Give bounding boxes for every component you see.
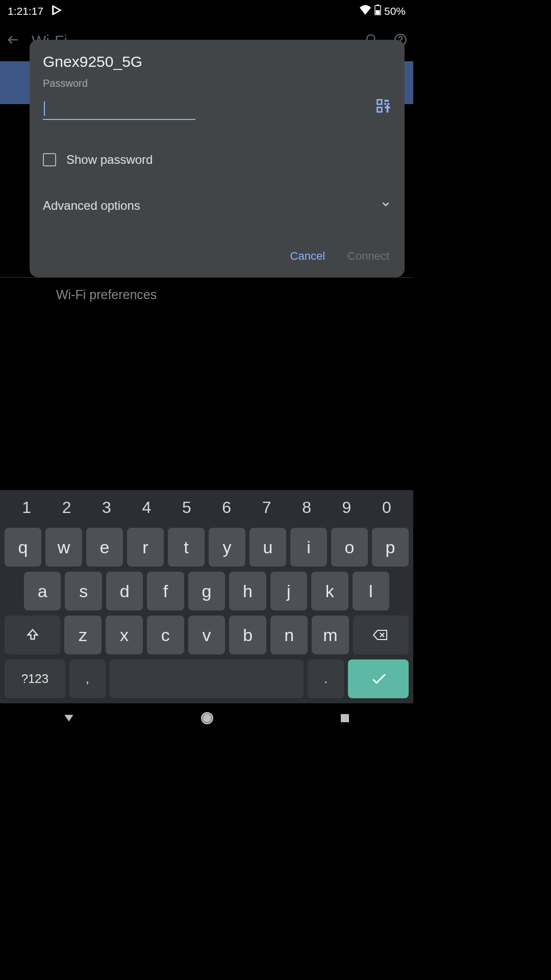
status-bar: 1:21:17 50% <box>0 0 413 22</box>
key-4[interactable]: 4 <box>127 498 166 517</box>
navigation-bar <box>0 703 413 735</box>
key-9[interactable]: 9 <box>327 498 366 517</box>
svg-marker-12 <box>64 715 73 722</box>
key-comma[interactable]: , <box>69 659 106 698</box>
key-shift[interactable] <box>5 616 60 654</box>
advanced-options-row[interactable]: Advanced options <box>30 167 405 213</box>
chevron-down-icon <box>380 199 391 213</box>
text-cursor <box>44 102 45 116</box>
key-enter[interactable] <box>348 659 409 698</box>
key-i[interactable]: i <box>290 528 327 567</box>
key-8[interactable]: 8 <box>287 498 327 517</box>
key-q[interactable]: q <box>5 528 41 567</box>
key-h[interactable]: h <box>229 572 266 610</box>
password-label: Password <box>30 77 405 89</box>
nav-home-icon[interactable] <box>200 711 214 727</box>
key-e[interactable]: e <box>86 528 123 567</box>
key-3[interactable]: 3 <box>87 498 127 517</box>
battery-percent: 50% <box>384 5 406 17</box>
key-k[interactable]: k <box>311 572 348 610</box>
back-icon[interactable] <box>6 33 20 49</box>
password-input[interactable] <box>43 100 195 120</box>
key-space[interactable] <box>110 659 304 698</box>
key-x[interactable]: x <box>106 616 143 654</box>
soft-keyboard: 1 2 3 4 5 6 7 8 9 0 q w e r t y u i o p … <box>0 490 413 703</box>
key-w[interactable]: w <box>45 528 82 567</box>
key-l[interactable]: l <box>353 572 389 610</box>
key-o[interactable]: o <box>331 528 368 567</box>
key-period[interactable]: . <box>308 659 344 698</box>
wifi-preferences-label: Wi-Fi preferences <box>56 287 157 302</box>
key-s[interactable]: s <box>65 572 102 610</box>
key-p[interactable]: p <box>372 528 409 567</box>
key-r[interactable]: r <box>127 528 164 567</box>
nav-back-icon[interactable] <box>62 712 76 727</box>
key-m[interactable]: m <box>312 616 349 654</box>
key-6[interactable]: 6 <box>207 498 246 517</box>
key-y[interactable]: y <box>209 528 245 567</box>
nav-recent-icon[interactable] <box>339 712 351 726</box>
key-g[interactable]: g <box>188 572 225 610</box>
dialog-network-name: Gnex9250_5G <box>30 53 405 77</box>
key-j[interactable]: j <box>270 572 307 610</box>
svg-rect-9 <box>384 103 386 105</box>
key-f[interactable]: f <box>147 572 184 610</box>
show-password-checkbox[interactable] <box>43 153 56 166</box>
svg-rect-10 <box>388 103 390 105</box>
key-b[interactable]: b <box>229 616 266 654</box>
key-v[interactable]: v <box>188 616 226 654</box>
keyboard-number-row: 1 2 3 4 5 6 7 8 9 0 <box>3 494 411 525</box>
qr-scan-button[interactable] <box>376 99 391 120</box>
advanced-options-label: Advanced options <box>43 199 140 213</box>
key-2[interactable]: 2 <box>46 498 86 517</box>
show-password-row[interactable]: Show password <box>30 120 405 167</box>
svg-point-14 <box>204 715 211 722</box>
key-c[interactable]: c <box>147 616 184 654</box>
key-7[interactable]: 7 <box>246 498 286 517</box>
key-d[interactable]: d <box>106 572 143 610</box>
svg-rect-8 <box>384 100 389 102</box>
wifi-icon <box>359 5 371 17</box>
key-a[interactable]: a <box>24 572 61 610</box>
cancel-button[interactable]: Cancel <box>290 250 325 263</box>
svg-rect-7 <box>378 100 382 105</box>
key-backspace[interactable] <box>353 616 409 654</box>
key-0[interactable]: 0 <box>367 498 407 517</box>
key-5[interactable]: 5 <box>167 498 207 517</box>
svg-rect-11 <box>378 108 382 112</box>
svg-rect-15 <box>341 714 349 722</box>
key-u[interactable]: u <box>249 528 286 567</box>
svg-rect-4 <box>375 10 380 14</box>
key-z[interactable]: z <box>64 616 102 654</box>
key-n[interactable]: n <box>270 616 308 654</box>
battery-icon <box>374 5 381 18</box>
clock-time: 1:21:17 <box>8 5 43 17</box>
key-symbols[interactable]: ?123 <box>5 659 65 698</box>
key-t[interactable]: t <box>168 528 205 567</box>
connect-button[interactable]: Connect <box>347 250 389 263</box>
key-1[interactable]: 1 <box>7 498 46 517</box>
play-store-icon <box>52 5 63 18</box>
show-password-label: Show password <box>66 153 153 167</box>
wifi-password-dialog: Gnex9250_5G Password Show password Advan… <box>30 40 405 277</box>
